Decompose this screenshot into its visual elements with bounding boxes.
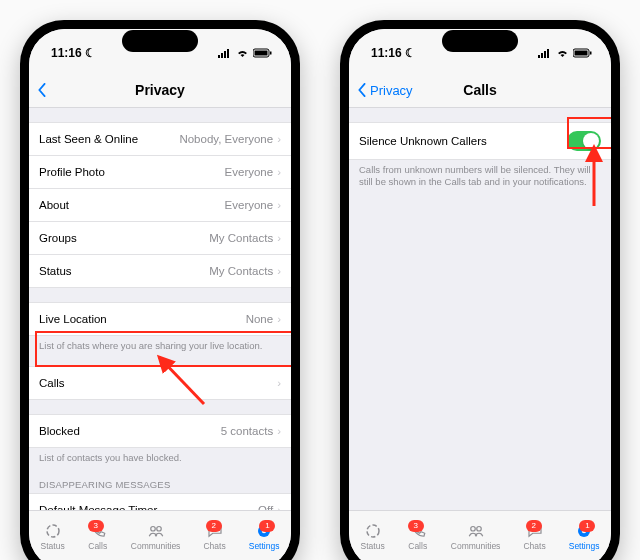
tab-settings[interactable]: 1Settings: [249, 522, 280, 551]
svg-rect-15: [544, 51, 546, 58]
chats-badge: 2: [526, 520, 542, 532]
status-icon: [363, 522, 383, 540]
chevron-right-icon: ›: [277, 133, 281, 145]
svg-rect-16: [547, 49, 549, 58]
calls-settings[interactable]: Silence Unknown Callers Calls from unkno…: [349, 108, 611, 510]
row-blocked[interactable]: Blocked5 contacts›: [29, 414, 291, 448]
svg-rect-0: [218, 55, 220, 58]
notch: [122, 30, 198, 52]
chevron-right-icon: ›: [277, 377, 281, 389]
screen-calls: 11:16 ☾ Privacy Calls Silence Unknown Ca…: [349, 29, 611, 560]
svg-rect-1: [221, 53, 223, 58]
navbar: Privacy Calls: [349, 73, 611, 108]
phone-left: 11:16 ☾ Privacy Last Seen & OnlineNobody…: [20, 20, 300, 560]
tab-bar: Status 3Calls Communities 2Chats 1Settin…: [29, 510, 291, 560]
svg-rect-3: [227, 49, 229, 58]
svg-rect-18: [575, 51, 588, 56]
row-silence-unknown[interactable]: Silence Unknown Callers: [349, 122, 611, 160]
svg-point-22: [476, 526, 481, 531]
page-title: Calls: [463, 82, 496, 98]
chevron-left-icon: [35, 83, 49, 97]
battery-icon: [573, 48, 593, 58]
tab-calls[interactable]: 3Calls: [88, 522, 108, 551]
silence-unknown-toggle[interactable]: [567, 131, 601, 151]
calls-badge: 3: [408, 520, 424, 532]
row-profile-photo[interactable]: Profile PhotoEveryone›: [29, 156, 291, 189]
chats-badge: 2: [206, 520, 222, 532]
tab-communities[interactable]: Communities: [131, 522, 181, 551]
svg-point-20: [367, 525, 379, 537]
tab-chats[interactable]: 2Chats: [203, 522, 225, 551]
tab-settings[interactable]: 1Settings: [569, 522, 600, 551]
communities-icon: [466, 522, 486, 540]
svg-rect-6: [270, 52, 272, 55]
svg-rect-5: [255, 51, 268, 56]
phone-right: 11:16 ☾ Privacy Calls Silence Unknown Ca…: [340, 20, 620, 560]
wifi-icon: [236, 48, 249, 58]
back-button[interactable]: [35, 83, 49, 97]
row-groups[interactable]: GroupsMy Contacts›: [29, 222, 291, 255]
navbar: Privacy: [29, 73, 291, 108]
tab-communities[interactable]: Communities: [451, 522, 501, 551]
communities-icon: [146, 522, 166, 540]
tab-chats[interactable]: 2Chats: [523, 522, 545, 551]
svg-point-7: [47, 525, 59, 537]
svg-rect-14: [541, 53, 543, 58]
svg-rect-19: [590, 52, 592, 55]
tab-calls[interactable]: 3Calls: [408, 522, 428, 551]
svg-point-9: [156, 526, 161, 531]
status-time: 11:16 ☾: [371, 46, 416, 60]
settings-badge: 1: [259, 520, 275, 532]
status-icons: [538, 48, 593, 58]
silence-note: Calls from unknown numbers will be silen…: [349, 160, 611, 189]
signal-icon: [218, 48, 232, 58]
svg-point-21: [470, 526, 475, 531]
status-icon: [43, 522, 63, 540]
screen-privacy: 11:16 ☾ Privacy Last Seen & OnlineNobody…: [29, 29, 291, 560]
tab-status[interactable]: Status: [41, 522, 65, 551]
settings-list[interactable]: Last Seen & OnlineNobody, Everyone› Prof…: [29, 108, 291, 510]
row-calls[interactable]: Calls›: [29, 366, 291, 400]
signal-icon: [538, 48, 552, 58]
calls-badge: 3: [88, 520, 104, 532]
row-about[interactable]: AboutEveryone›: [29, 189, 291, 222]
live-location-note: List of chats where you are sharing your…: [29, 336, 291, 352]
svg-point-8: [150, 526, 155, 531]
tab-bar: Status 3Calls Communities 2Chats 1Settin…: [349, 510, 611, 560]
chevron-right-icon: ›: [277, 425, 281, 437]
row-last-seen[interactable]: Last Seen & OnlineNobody, Everyone›: [29, 122, 291, 156]
chevron-right-icon: ›: [277, 199, 281, 211]
status-icons: [218, 48, 273, 58]
page-title: Privacy: [135, 82, 185, 98]
back-label: Privacy: [370, 83, 413, 98]
row-default-timer[interactable]: Default Message TimerOff›: [29, 493, 291, 510]
chevron-right-icon: ›: [277, 265, 281, 277]
chevron-right-icon: ›: [277, 313, 281, 325]
tab-status[interactable]: Status: [361, 522, 385, 551]
chevron-right-icon: ›: [277, 232, 281, 244]
svg-rect-2: [224, 51, 226, 58]
blocked-note: List of contacts you have blocked.: [29, 448, 291, 464]
battery-icon: [253, 48, 273, 58]
wifi-icon: [556, 48, 569, 58]
svg-rect-13: [538, 55, 540, 58]
row-status[interactable]: StatusMy Contacts›: [29, 255, 291, 288]
status-time: 11:16 ☾: [51, 46, 96, 60]
row-live-location[interactable]: Live LocationNone›: [29, 302, 291, 336]
chevron-left-icon: [355, 83, 369, 97]
settings-badge: 1: [579, 520, 595, 532]
disappearing-header: DISAPPEARING MESSAGES: [29, 479, 291, 493]
back-button[interactable]: Privacy: [355, 83, 413, 98]
chevron-right-icon: ›: [277, 166, 281, 178]
notch: [442, 30, 518, 52]
